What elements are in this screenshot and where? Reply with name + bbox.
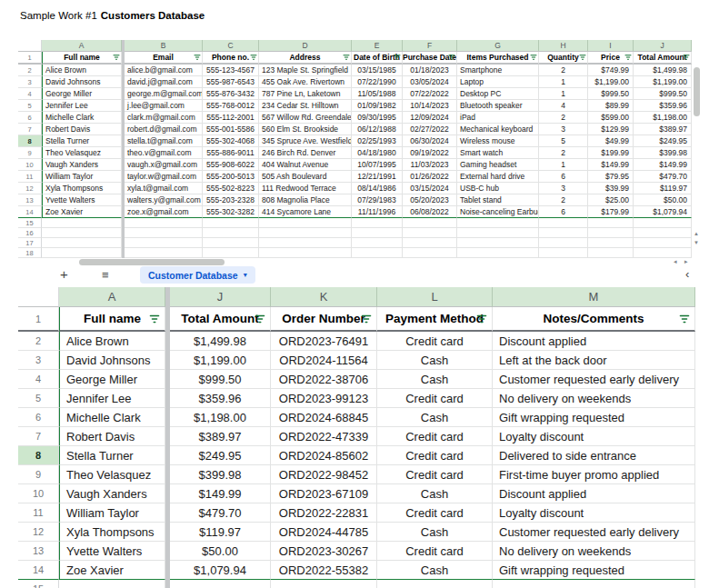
bottom-row-header-1[interactable]: 1 (18, 307, 59, 332)
bottom-cell-A10[interactable]: Vaugh Xanders (59, 484, 165, 503)
top-cell-B7[interactable]: robert.d@gmail.com (125, 124, 203, 135)
top-cell-B3[interactable]: david.j@gmail.com (125, 76, 203, 88)
top-cell-C7[interactable]: 555-001-5586 (203, 124, 259, 135)
top-cell-H12[interactable]: 3 (539, 183, 588, 194)
top-cell-H18[interactable] (539, 248, 588, 258)
bottom-cell-M11[interactable]: Loyalty discount (493, 503, 695, 523)
bottom-cell-M15[interactable] (493, 580, 695, 588)
top-cell-B16[interactable] (125, 228, 203, 238)
top-row-header-10[interactable]: 10 (18, 159, 42, 171)
top-cell-C5[interactable]: 555-768-0012 (203, 100, 259, 112)
top-cell-H8[interactable]: 5 (539, 135, 588, 147)
vertical-scrollbar-thumb[interactable] (694, 67, 700, 116)
top-cell-F15[interactable] (403, 218, 457, 228)
scroll-up-arrow-icon[interactable]: ▲ (694, 231, 699, 236)
top-cell-J12[interactable]: $119.97 (634, 183, 692, 194)
top-cell-D17[interactable] (259, 238, 352, 248)
bottom-cell-M4[interactable]: Customer requested early delivery (493, 370, 695, 389)
top-cell-B12[interactable]: xyla.t@gmail.com (125, 183, 203, 194)
bottom-cell-K12[interactable]: ORD2024-44785 (271, 523, 377, 542)
filter-icon[interactable] (343, 54, 350, 61)
bottom-cell-K6[interactable]: ORD2024-68845 (271, 408, 377, 427)
tab-customer-database[interactable]: Customer Database ▾ (140, 266, 255, 284)
bottom-cell-K7[interactable]: ORD2022-47339 (271, 427, 377, 446)
top-cell-G9[interactable]: Smart watch (457, 147, 539, 159)
bottom-header-cell-A1[interactable]: Full name (59, 307, 165, 332)
top-cell-I13[interactable]: $25.00 (588, 194, 634, 206)
top-header-cell-A1[interactable]: Full name (42, 52, 122, 65)
top-cell-A11[interactable]: William Taylor (42, 171, 122, 183)
top-cell-H3[interactable]: 1 (539, 76, 588, 88)
top-cell-C11[interactable]: 555-200-5013 (203, 171, 259, 183)
all-sheets-menu-icon[interactable]: ≡ (102, 267, 109, 284)
filter-icon[interactable] (624, 54, 632, 61)
bottom-header-cell-J1[interactable]: Total Amount (170, 307, 271, 332)
bottom-cell-K2[interactable]: ORD2023-76491 (271, 332, 377, 351)
bottom-row-header-5[interactable]: 5 (18, 389, 59, 408)
top-cell-A14[interactable]: Zoe Xavier (42, 206, 122, 218)
top-cell-G12[interactable]: USB-C hub (457, 183, 539, 194)
bottom-cell-J7[interactable]: $389.97 (170, 427, 271, 446)
top-row-header-18[interactable]: 18 (18, 248, 42, 258)
top-cell-I17[interactable] (588, 238, 634, 248)
filter-icon[interactable] (476, 314, 487, 324)
top-cell-H15[interactable] (539, 218, 588, 228)
top-cell-H5[interactable]: 4 (539, 100, 588, 112)
top-cell-A15[interactable] (42, 218, 122, 228)
bottom-cell-M3[interactable]: Left at the back door (493, 351, 695, 370)
scroll-left-arrow-icon[interactable]: ◂ (674, 259, 677, 264)
top-cell-B6[interactable]: clark.m@gmail.com (125, 112, 203, 124)
bottom-cell-M8[interactable]: Delivered to side entrance (493, 446, 695, 465)
bottom-header-cell-K1[interactable]: Order Number (271, 307, 377, 332)
bottom-cell-M7[interactable]: Loyalty discount (493, 427, 695, 446)
top-cell-A3[interactable]: David Johnsons (42, 76, 122, 88)
bottom-cell-A3[interactable]: David Johnsons (59, 351, 165, 370)
top-cell-C4[interactable]: 555-876-3432 (203, 88, 259, 100)
top-cell-D15[interactable] (259, 218, 352, 228)
bottom-cell-L10[interactable]: Cash (377, 484, 493, 503)
top-cell-D11[interactable]: 505 Ash Boulevard (259, 171, 352, 183)
top-cell-J6[interactable]: $1,198.00 (634, 112, 692, 124)
top-cell-H10[interactable]: 1 (539, 159, 588, 171)
top-cell-I6[interactable]: $599.00 (588, 112, 634, 124)
filter-icon[interactable] (113, 54, 120, 61)
bottom-cell-J13[interactable]: $50.00 (170, 542, 271, 561)
bottom-cell-M13[interactable]: No delivery on weekends (493, 542, 695, 561)
bottom-cell-L8[interactable]: Credit card (377, 446, 493, 465)
bottom-cell-K10[interactable]: ORD2023-67109 (271, 484, 377, 503)
top-row-header-7[interactable]: 7 (18, 124, 42, 135)
top-cell-G14[interactable]: Noise-canceling Earbuds (457, 206, 539, 218)
top-cell-A12[interactable]: Xyla Thompsons (42, 183, 122, 194)
top-cell-B8[interactable]: stella.t@gmail.com (125, 135, 203, 147)
top-cell-G2[interactable]: Smartphone (457, 65, 539, 76)
top-cell-E8[interactable]: 02/25/1993 (352, 135, 403, 147)
top-row-header-17[interactable]: 17 (18, 238, 42, 248)
bottom-row-header-14[interactable]: 14 (18, 561, 59, 580)
top-cell-D5[interactable]: 234 Cedar St. Hilltown (259, 100, 352, 112)
top-cell-H14[interactable]: 6 (539, 206, 588, 218)
chevron-down-icon[interactable]: ▾ (244, 271, 247, 279)
top-cell-I18[interactable] (588, 248, 634, 258)
filter-icon[interactable] (361, 314, 372, 324)
bottom-cell-K11[interactable]: ORD2022-22831 (271, 503, 377, 523)
bottom-cell-L2[interactable]: Credit card (377, 332, 493, 351)
bottom-cell-A15[interactable] (59, 580, 165, 588)
bottom-row-header-8[interactable]: 8 (18, 446, 59, 465)
top-cell-E5[interactable]: 01/09/1982 (352, 100, 403, 112)
top-cell-I2[interactable]: $749.99 (588, 65, 634, 76)
bottom-row-header-7[interactable]: 7 (18, 427, 59, 446)
top-header-cell-F1[interactable]: Purchase Date (403, 52, 457, 65)
top-cell-J4[interactable]: $999.50 (634, 88, 692, 100)
top-cell-D13[interactable]: 808 Magnolia Place (259, 194, 352, 206)
top-cell-F8[interactable]: 06/30/2024 (403, 135, 457, 147)
top-cell-C18[interactable] (203, 248, 259, 258)
horizontal-scrollbar-thumb[interactable] (79, 259, 225, 265)
top-cell-I4[interactable]: $999.50 (588, 88, 634, 100)
bottom-cell-A12[interactable]: Xyla Thompsons (59, 523, 165, 542)
top-cell-A9[interactable]: Theo Velasquez (42, 147, 122, 159)
top-header-cell-J1[interactable]: Total Amount (634, 52, 692, 65)
top-cell-E12[interactable]: 08/14/1986 (352, 183, 403, 194)
top-cell-E7[interactable]: 06/12/1988 (352, 124, 403, 135)
bottom-cell-K5[interactable]: ORD2023-99123 (271, 389, 377, 408)
top-header-cell-D1[interactable]: Address (259, 52, 352, 65)
